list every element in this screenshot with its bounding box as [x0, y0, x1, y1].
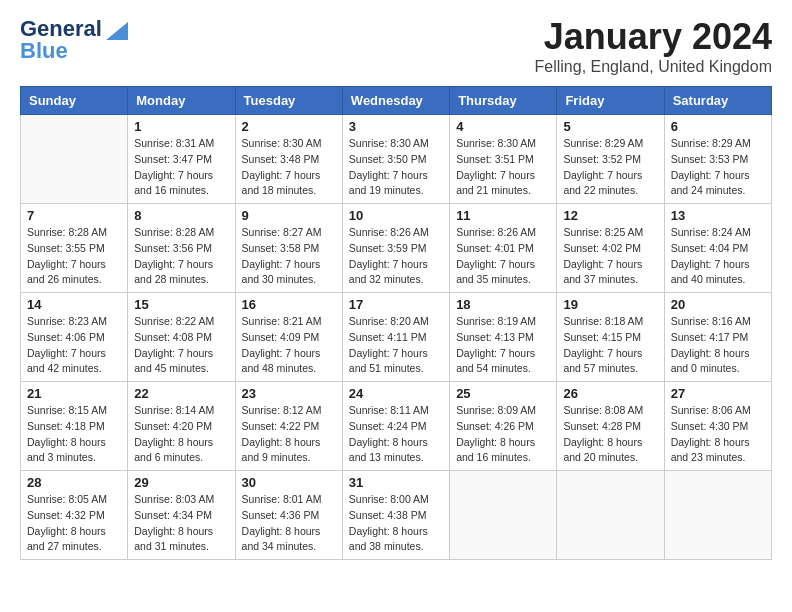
calendar-header-row: Sunday Monday Tuesday Wednesday Thursday…	[21, 87, 772, 115]
day-number: 22	[134, 386, 228, 401]
day-number: 3	[349, 119, 443, 134]
day-info: Sunrise: 8:21 AMSunset: 4:09 PMDaylight:…	[242, 314, 336, 377]
calendar-cell: 31Sunrise: 8:00 AMSunset: 4:38 PMDayligh…	[342, 471, 449, 560]
day-number: 26	[563, 386, 657, 401]
calendar-cell: 22Sunrise: 8:14 AMSunset: 4:20 PMDayligh…	[128, 382, 235, 471]
day-info: Sunrise: 8:22 AMSunset: 4:08 PMDaylight:…	[134, 314, 228, 377]
day-info: Sunrise: 8:30 AMSunset: 3:48 PMDaylight:…	[242, 136, 336, 199]
day-number: 29	[134, 475, 228, 490]
day-number: 31	[349, 475, 443, 490]
calendar-cell	[664, 471, 771, 560]
day-number: 23	[242, 386, 336, 401]
day-number: 12	[563, 208, 657, 223]
day-info: Sunrise: 8:25 AMSunset: 4:02 PMDaylight:…	[563, 225, 657, 288]
day-info: Sunrise: 8:12 AMSunset: 4:22 PMDaylight:…	[242, 403, 336, 466]
location-subtitle: Felling, England, United Kingdom	[535, 58, 772, 76]
day-number: 9	[242, 208, 336, 223]
day-info: Sunrise: 8:11 AMSunset: 4:24 PMDaylight:…	[349, 403, 443, 466]
day-info: Sunrise: 8:28 AMSunset: 3:55 PMDaylight:…	[27, 225, 121, 288]
calendar-week-row: 28Sunrise: 8:05 AMSunset: 4:32 PMDayligh…	[21, 471, 772, 560]
calendar-cell: 6Sunrise: 8:29 AMSunset: 3:53 PMDaylight…	[664, 115, 771, 204]
header-monday: Monday	[128, 87, 235, 115]
day-info: Sunrise: 8:31 AMSunset: 3:47 PMDaylight:…	[134, 136, 228, 199]
calendar-cell: 16Sunrise: 8:21 AMSunset: 4:09 PMDayligh…	[235, 293, 342, 382]
day-number: 24	[349, 386, 443, 401]
day-info: Sunrise: 8:29 AMSunset: 3:53 PMDaylight:…	[671, 136, 765, 199]
calendar-cell: 27Sunrise: 8:06 AMSunset: 4:30 PMDayligh…	[664, 382, 771, 471]
header-tuesday: Tuesday	[235, 87, 342, 115]
header-saturday: Saturday	[664, 87, 771, 115]
day-number: 8	[134, 208, 228, 223]
day-info: Sunrise: 8:28 AMSunset: 3:56 PMDaylight:…	[134, 225, 228, 288]
calendar-cell: 19Sunrise: 8:18 AMSunset: 4:15 PMDayligh…	[557, 293, 664, 382]
calendar-week-row: 7Sunrise: 8:28 AMSunset: 3:55 PMDaylight…	[21, 204, 772, 293]
day-info: Sunrise: 8:09 AMSunset: 4:26 PMDaylight:…	[456, 403, 550, 466]
day-info: Sunrise: 8:23 AMSunset: 4:06 PMDaylight:…	[27, 314, 121, 377]
day-number: 18	[456, 297, 550, 312]
day-info: Sunrise: 8:30 AMSunset: 3:51 PMDaylight:…	[456, 136, 550, 199]
day-number: 27	[671, 386, 765, 401]
calendar-cell: 1Sunrise: 8:31 AMSunset: 3:47 PMDaylight…	[128, 115, 235, 204]
calendar-cell: 12Sunrise: 8:25 AMSunset: 4:02 PMDayligh…	[557, 204, 664, 293]
day-info: Sunrise: 8:03 AMSunset: 4:34 PMDaylight:…	[134, 492, 228, 555]
calendar-cell	[450, 471, 557, 560]
calendar-cell: 9Sunrise: 8:27 AMSunset: 3:58 PMDaylight…	[235, 204, 342, 293]
calendar-cell: 30Sunrise: 8:01 AMSunset: 4:36 PMDayligh…	[235, 471, 342, 560]
calendar-cell: 29Sunrise: 8:03 AMSunset: 4:34 PMDayligh…	[128, 471, 235, 560]
logo-icon	[106, 18, 128, 40]
calendar-cell: 23Sunrise: 8:12 AMSunset: 4:22 PMDayligh…	[235, 382, 342, 471]
day-number: 6	[671, 119, 765, 134]
day-number: 5	[563, 119, 657, 134]
day-info: Sunrise: 8:06 AMSunset: 4:30 PMDaylight:…	[671, 403, 765, 466]
logo-blue-text: Blue	[20, 38, 68, 64]
day-number: 13	[671, 208, 765, 223]
day-number: 20	[671, 297, 765, 312]
calendar-cell: 5Sunrise: 8:29 AMSunset: 3:52 PMDaylight…	[557, 115, 664, 204]
day-number: 16	[242, 297, 336, 312]
day-number: 2	[242, 119, 336, 134]
month-title: January 2024	[535, 16, 772, 58]
day-info: Sunrise: 8:16 AMSunset: 4:17 PMDaylight:…	[671, 314, 765, 377]
calendar-cell: 8Sunrise: 8:28 AMSunset: 3:56 PMDaylight…	[128, 204, 235, 293]
calendar-cell: 14Sunrise: 8:23 AMSunset: 4:06 PMDayligh…	[21, 293, 128, 382]
calendar-cell: 10Sunrise: 8:26 AMSunset: 3:59 PMDayligh…	[342, 204, 449, 293]
calendar-cell: 7Sunrise: 8:28 AMSunset: 3:55 PMDaylight…	[21, 204, 128, 293]
calendar-week-row: 1Sunrise: 8:31 AMSunset: 3:47 PMDaylight…	[21, 115, 772, 204]
header-wednesday: Wednesday	[342, 87, 449, 115]
day-number: 10	[349, 208, 443, 223]
day-number: 4	[456, 119, 550, 134]
day-number: 30	[242, 475, 336, 490]
day-number: 25	[456, 386, 550, 401]
calendar-cell: 15Sunrise: 8:22 AMSunset: 4:08 PMDayligh…	[128, 293, 235, 382]
day-info: Sunrise: 8:08 AMSunset: 4:28 PMDaylight:…	[563, 403, 657, 466]
header-thursday: Thursday	[450, 87, 557, 115]
calendar-cell: 17Sunrise: 8:20 AMSunset: 4:11 PMDayligh…	[342, 293, 449, 382]
day-number: 17	[349, 297, 443, 312]
calendar-cell	[21, 115, 128, 204]
calendar-table: Sunday Monday Tuesday Wednesday Thursday…	[20, 86, 772, 560]
day-info: Sunrise: 8:30 AMSunset: 3:50 PMDaylight:…	[349, 136, 443, 199]
day-number: 19	[563, 297, 657, 312]
logo: General Blue	[20, 16, 128, 64]
svg-marker-0	[106, 22, 128, 40]
calendar-cell	[557, 471, 664, 560]
calendar-week-row: 14Sunrise: 8:23 AMSunset: 4:06 PMDayligh…	[21, 293, 772, 382]
day-info: Sunrise: 8:19 AMSunset: 4:13 PMDaylight:…	[456, 314, 550, 377]
day-info: Sunrise: 8:14 AMSunset: 4:20 PMDaylight:…	[134, 403, 228, 466]
header-sunday: Sunday	[21, 87, 128, 115]
calendar-cell: 4Sunrise: 8:30 AMSunset: 3:51 PMDaylight…	[450, 115, 557, 204]
day-number: 7	[27, 208, 121, 223]
calendar-week-row: 21Sunrise: 8:15 AMSunset: 4:18 PMDayligh…	[21, 382, 772, 471]
day-info: Sunrise: 8:18 AMSunset: 4:15 PMDaylight:…	[563, 314, 657, 377]
day-number: 14	[27, 297, 121, 312]
day-number: 21	[27, 386, 121, 401]
day-info: Sunrise: 8:01 AMSunset: 4:36 PMDaylight:…	[242, 492, 336, 555]
calendar-cell: 11Sunrise: 8:26 AMSunset: 4:01 PMDayligh…	[450, 204, 557, 293]
header-friday: Friday	[557, 87, 664, 115]
day-info: Sunrise: 8:24 AMSunset: 4:04 PMDaylight:…	[671, 225, 765, 288]
title-area: January 2024 Felling, England, United Ki…	[535, 16, 772, 76]
day-info: Sunrise: 8:20 AMSunset: 4:11 PMDaylight:…	[349, 314, 443, 377]
page-header: General Blue January 2024 Felling, Engla…	[20, 16, 772, 76]
calendar-cell: 25Sunrise: 8:09 AMSunset: 4:26 PMDayligh…	[450, 382, 557, 471]
calendar-cell: 13Sunrise: 8:24 AMSunset: 4:04 PMDayligh…	[664, 204, 771, 293]
